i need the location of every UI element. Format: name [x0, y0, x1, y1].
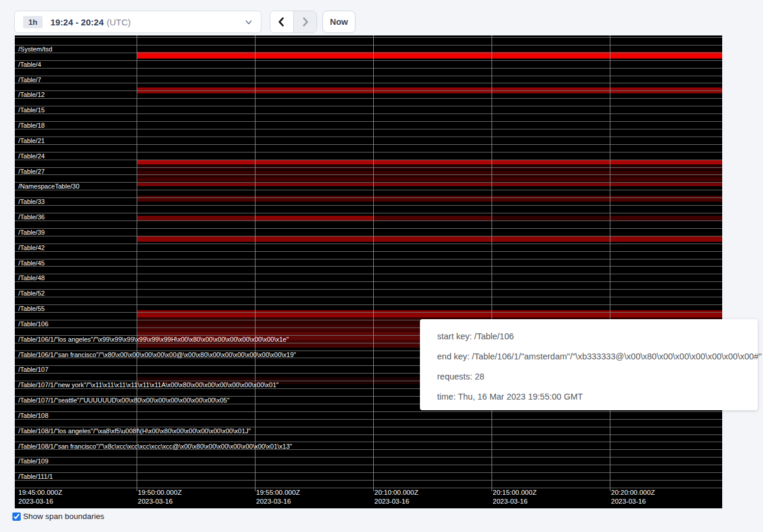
span-boundary-line	[15, 472, 722, 473]
heatmap-band[interactable]	[610, 177, 722, 181]
heatmap-band[interactable]	[255, 325, 373, 332]
row-label: /Table/106	[18, 320, 49, 328]
time-gridline	[373, 35, 374, 491]
heatmap[interactable]: /System/tsd/Table/4/Table/7/Table/12/Tab…	[15, 35, 722, 508]
x-axis-tick-date: 2023-03-16	[611, 497, 655, 505]
tooltip-start-key: start key: /Table/106	[437, 330, 758, 351]
heatmap-band[interactable]	[610, 160, 722, 164]
heatmap-band[interactable]	[492, 160, 610, 164]
heatmap-band[interactable]	[137, 160, 255, 164]
time-gridline	[610, 35, 610, 491]
heatmap-band[interactable]	[373, 196, 492, 202]
heatmap-band[interactable]	[610, 196, 722, 202]
span-boundary-line	[15, 197, 722, 198]
heatmap-band[interactable]	[137, 325, 255, 332]
prev-time-button[interactable]	[270, 11, 293, 33]
heatmap-band[interactable]	[610, 171, 722, 177]
span-boundary-line	[15, 228, 722, 229]
show-span-boundaries-label: Show span boundaries	[23, 512, 104, 521]
heatmap-band[interactable]	[137, 196, 255, 202]
heatmap-band[interactable]	[137, 317, 255, 325]
heatmap-band[interactable]	[610, 310, 722, 317]
span-boundary-line	[15, 37, 722, 38]
x-axis-tick-date: 2023-03-16	[256, 497, 300, 505]
tooltip-requests: requests: 28	[437, 371, 758, 391]
row-label: /Table/39	[18, 229, 45, 236]
span-boundary-line	[15, 289, 722, 290]
span-boundary-line	[15, 220, 722, 221]
time-gridline	[255, 35, 256, 491]
row-label: /Table/27	[18, 168, 45, 176]
span-boundary-line	[15, 304, 722, 305]
x-axis-tick: 20:20:00.000Z2023-03-16	[611, 488, 655, 505]
heatmap-band[interactable]	[255, 196, 373, 202]
row-label: /Table/36	[18, 213, 45, 221]
x-axis-tick: 19:50:00.000Z2023-03-16	[138, 488, 182, 505]
tooltip-end-key: end key: /Table/106/1/"amsterdam"/"\xb33…	[437, 351, 758, 371]
heatmap-band[interactable]	[137, 177, 255, 181]
heatmap-band[interactable]	[373, 171, 492, 177]
chevron-down-icon	[245, 18, 253, 26]
heatmap-band[interactable]	[373, 310, 492, 317]
row-label: /System/tsd	[18, 46, 52, 53]
heatmap-band[interactable]	[610, 236, 722, 242]
heatmap-band[interactable]	[255, 160, 373, 164]
row-label: /Table/24	[18, 153, 45, 160]
heatmap-band[interactable]	[492, 196, 610, 202]
x-axis-tick: 19:45:00.000Z2023-03-16	[18, 488, 62, 505]
row-label: /Table/45	[18, 259, 45, 267]
span-boundary-line	[15, 137, 722, 137]
heatmap-band[interactable]	[492, 310, 610, 317]
span-boundary-line	[15, 129, 722, 129]
heatmap-band[interactable]	[255, 177, 373, 181]
heatmap-band[interactable]	[492, 177, 610, 181]
now-button-label: Now	[330, 17, 348, 27]
x-axis-tick-time: 20:10:00.000Z	[374, 488, 418, 497]
x-axis-tick-time: 20:15:00.000Z	[493, 488, 536, 497]
time-range-selector[interactable]: 1h 19:24 - 20:24 (UTC)	[14, 11, 261, 33]
span-boundary-line	[15, 113, 722, 114]
span-boundary-line	[15, 465, 722, 465]
heatmap-band[interactable]	[137, 236, 255, 242]
row-label: /Table/108	[18, 412, 49, 420]
span-boundary-line	[15, 174, 722, 175]
span-tooltip: start key: /Table/106 end key: /Table/10…	[420, 319, 758, 410]
heatmap-band[interactable]	[492, 236, 610, 242]
span-boundary-line	[15, 152, 722, 153]
x-axis-tick: 20:15:00.000Z2023-03-16	[493, 488, 536, 505]
row-label: /Table/106/1/"san francisco"/"\x80\x00\x…	[18, 351, 296, 359]
heatmap-band[interactable]	[137, 171, 255, 177]
footer: Show span boundaries	[12, 512, 104, 521]
span-boundary-line	[15, 274, 722, 274]
heatmap-band[interactable]	[492, 171, 610, 177]
now-button[interactable]: Now	[322, 11, 355, 33]
time-gridline	[492, 35, 492, 491]
span-boundary-line	[15, 98, 722, 99]
row-label: /Table/55	[18, 305, 45, 313]
show-span-boundaries-checkbox[interactable]	[12, 512, 21, 521]
heatmap-band[interactable]	[373, 160, 492, 164]
heatmap-band[interactable]	[373, 236, 492, 242]
span-boundary-line	[15, 259, 722, 259]
heatmap-band[interactable]	[255, 310, 373, 317]
row-label: /Table/111/1	[18, 473, 53, 481]
heatmap-band[interactable]	[373, 177, 492, 181]
next-time-button-disabled	[293, 11, 316, 33]
span-boundary-line	[15, 297, 722, 297]
row-label: /Table/108/1/"san francisco"/"\x8c\xcc\x…	[18, 443, 292, 450]
span-boundary-line	[15, 68, 722, 69]
tooltip-time: time: Thu, 16 Mar 2023 19:55:00 GMT	[437, 391, 758, 411]
row-label: /Table/15	[18, 106, 45, 114]
time-gridline	[137, 35, 137, 491]
heatmap-band[interactable]	[137, 310, 255, 317]
span-boundary-line	[15, 251, 722, 252]
row-label: /Table/48	[18, 274, 45, 282]
row-label: /Table/106/1/"los angeles"/"\x99\x99\x99…	[18, 336, 289, 343]
span-boundary-line	[15, 160, 722, 160]
row-label: /Table/107	[18, 366, 49, 374]
heatmap-band[interactable]	[255, 236, 373, 242]
heatmap-band[interactable]	[255, 171, 373, 177]
span-boundary-line	[15, 281, 722, 282]
heatmap-band[interactable]	[255, 317, 373, 325]
span-boundary-line	[15, 60, 722, 61]
